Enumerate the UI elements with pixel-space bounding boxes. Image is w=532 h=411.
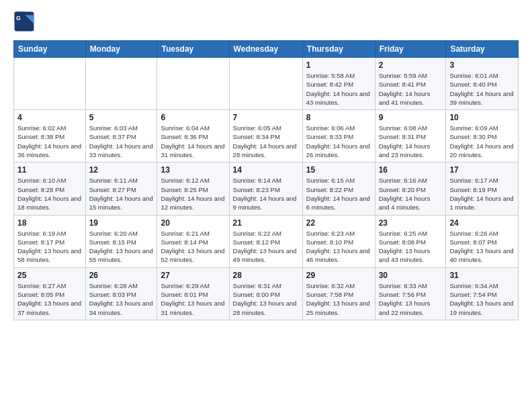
day-info: Sunrise: 6:08 AM Sunset: 8:31 PM Dayligh…: [379, 124, 443, 159]
day-cell: 20Sunrise: 6:21 AM Sunset: 8:14 PM Dayli…: [157, 215, 229, 267]
day-number: 16: [379, 165, 443, 175]
day-number: 4: [17, 113, 82, 122]
header: G: [13, 11, 519, 32]
day-info: Sunrise: 6:25 AM Sunset: 8:08 PM Dayligh…: [379, 229, 443, 265]
day-cell: 30Sunrise: 6:33 AM Sunset: 7:56 PM Dayli…: [375, 267, 446, 320]
day-cell: [85, 58, 157, 110]
day-number: 26: [89, 271, 154, 280]
day-info: Sunrise: 6:17 AM Sunset: 8:19 PM Dayligh…: [449, 176, 515, 212]
day-number: 23: [379, 218, 443, 228]
day-number: 8: [306, 113, 371, 122]
weekday-header-friday: Friday: [375, 41, 446, 58]
day-cell: 29Sunrise: 6:32 AM Sunset: 7:58 PM Dayli…: [302, 267, 375, 320]
day-cell: [229, 58, 302, 110]
day-info: Sunrise: 6:19 AM Sunset: 8:17 PM Dayligh…: [17, 229, 82, 265]
day-info: Sunrise: 6:34 AM Sunset: 7:54 PM Dayligh…: [449, 281, 515, 317]
day-cell: 11Sunrise: 6:10 AM Sunset: 8:28 PM Dayli…: [14, 163, 86, 215]
day-info: Sunrise: 6:04 AM Sunset: 8:36 PM Dayligh…: [161, 124, 225, 159]
day-info: Sunrise: 6:14 AM Sunset: 8:23 PM Dayligh…: [233, 176, 299, 212]
day-info: Sunrise: 6:11 AM Sunset: 8:27 PM Dayligh…: [89, 176, 154, 212]
day-number: 9: [379, 113, 443, 122]
day-info: Sunrise: 6:32 AM Sunset: 7:58 PM Dayligh…: [306, 281, 371, 317]
day-cell: 31Sunrise: 6:34 AM Sunset: 7:54 PM Dayli…: [446, 267, 519, 320]
day-number: 3: [449, 60, 515, 70]
day-info: Sunrise: 6:20 AM Sunset: 8:15 PM Dayligh…: [89, 229, 154, 265]
day-info: Sunrise: 6:33 AM Sunset: 7:56 PM Dayligh…: [379, 281, 443, 317]
day-cell: 26Sunrise: 6:28 AM Sunset: 8:03 PM Dayli…: [85, 267, 157, 320]
day-cell: 25Sunrise: 6:27 AM Sunset: 8:05 PM Dayli…: [14, 267, 86, 320]
weekday-header-tuesday: Tuesday: [157, 41, 229, 58]
day-cell: 23Sunrise: 6:25 AM Sunset: 8:08 PM Dayli…: [375, 215, 446, 267]
day-number: 27: [161, 271, 225, 280]
day-cell: 10Sunrise: 6:09 AM Sunset: 8:30 PM Dayli…: [446, 110, 519, 163]
day-info: Sunrise: 6:01 AM Sunset: 8:40 PM Dayligh…: [449, 71, 515, 107]
day-cell: 28Sunrise: 6:31 AM Sunset: 8:00 PM Dayli…: [229, 267, 302, 320]
day-number: 5: [89, 113, 154, 122]
day-cell: 13Sunrise: 6:12 AM Sunset: 8:25 PM Dayli…: [157, 163, 229, 215]
day-cell: 2Sunrise: 5:59 AM Sunset: 8:41 PM Daylig…: [375, 58, 446, 110]
week-row-2: 4Sunrise: 6:02 AM Sunset: 8:38 PM Daylig…: [14, 110, 519, 163]
day-cell: 3Sunrise: 6:01 AM Sunset: 8:40 PM Daylig…: [446, 58, 519, 110]
day-info: Sunrise: 6:09 AM Sunset: 8:30 PM Dayligh…: [449, 124, 515, 159]
day-info: Sunrise: 6:12 AM Sunset: 8:25 PM Dayligh…: [161, 176, 225, 212]
day-number: 10: [449, 113, 515, 122]
day-cell: 7Sunrise: 6:05 AM Sunset: 8:34 PM Daylig…: [229, 110, 302, 163]
day-number: 7: [233, 113, 299, 122]
weekday-header-monday: Monday: [85, 41, 157, 58]
day-number: 12: [89, 165, 154, 175]
day-number: 19: [89, 218, 154, 228]
calendar-body: 1Sunrise: 5:58 AM Sunset: 8:42 PM Daylig…: [14, 58, 519, 320]
day-cell: 17Sunrise: 6:17 AM Sunset: 8:19 PM Dayli…: [446, 163, 519, 215]
day-number: 13: [161, 165, 225, 175]
weekday-header-row: SundayMondayTuesdayWednesdayThursdayFrid…: [14, 41, 519, 58]
day-cell: 1Sunrise: 5:58 AM Sunset: 8:42 PM Daylig…: [302, 58, 375, 110]
day-cell: [157, 58, 229, 110]
day-number: 28: [233, 271, 299, 280]
day-cell: 27Sunrise: 6:29 AM Sunset: 8:01 PM Dayli…: [157, 267, 229, 320]
day-info: Sunrise: 5:59 AM Sunset: 8:41 PM Dayligh…: [379, 71, 443, 107]
day-info: Sunrise: 6:27 AM Sunset: 8:05 PM Dayligh…: [17, 281, 82, 317]
day-number: 20: [161, 218, 225, 228]
weekday-header-sunday: Sunday: [14, 41, 86, 58]
day-number: 2: [379, 60, 443, 70]
day-info: Sunrise: 6:16 AM Sunset: 8:20 PM Dayligh…: [379, 176, 443, 212]
day-info: Sunrise: 6:02 AM Sunset: 8:38 PM Dayligh…: [17, 124, 82, 159]
day-cell: 24Sunrise: 6:26 AM Sunset: 8:07 PM Dayli…: [446, 215, 519, 267]
logo-icon: G: [13, 11, 35, 32]
day-info: Sunrise: 6:15 AM Sunset: 8:22 PM Dayligh…: [306, 176, 371, 212]
page: G SundayMondayTuesdayWednesdayThursdayFr…: [0, 0, 532, 327]
day-number: 25: [17, 271, 82, 280]
day-cell: 15Sunrise: 6:15 AM Sunset: 8:22 PM Dayli…: [302, 163, 375, 215]
day-info: Sunrise: 5:58 AM Sunset: 8:42 PM Dayligh…: [306, 71, 371, 107]
day-number: 22: [306, 218, 371, 228]
day-info: Sunrise: 6:10 AM Sunset: 8:28 PM Dayligh…: [17, 176, 82, 212]
day-number: 31: [449, 271, 515, 280]
weekday-header-wednesday: Wednesday: [229, 41, 302, 58]
day-info: Sunrise: 6:21 AM Sunset: 8:14 PM Dayligh…: [161, 229, 225, 265]
weekday-header-thursday: Thursday: [302, 41, 375, 58]
day-cell: 22Sunrise: 6:23 AM Sunset: 8:10 PM Dayli…: [302, 215, 375, 267]
day-info: Sunrise: 6:22 AM Sunset: 8:12 PM Dayligh…: [233, 229, 299, 265]
week-row-4: 18Sunrise: 6:19 AM Sunset: 8:17 PM Dayli…: [14, 215, 519, 267]
logo: G: [13, 11, 36, 32]
day-number: 11: [17, 165, 82, 175]
day-info: Sunrise: 6:06 AM Sunset: 8:33 PM Dayligh…: [306, 124, 371, 159]
day-cell: 21Sunrise: 6:22 AM Sunset: 8:12 PM Dayli…: [229, 215, 302, 267]
day-info: Sunrise: 6:05 AM Sunset: 8:34 PM Dayligh…: [233, 124, 299, 159]
week-row-3: 11Sunrise: 6:10 AM Sunset: 8:28 PM Dayli…: [14, 163, 519, 215]
svg-text:G: G: [16, 15, 21, 21]
day-number: 24: [449, 218, 515, 228]
day-number: 29: [306, 271, 371, 280]
day-number: 17: [449, 165, 515, 175]
day-cell: 4Sunrise: 6:02 AM Sunset: 8:38 PM Daylig…: [14, 110, 86, 163]
day-cell: 14Sunrise: 6:14 AM Sunset: 8:23 PM Dayli…: [229, 163, 302, 215]
day-cell: 12Sunrise: 6:11 AM Sunset: 8:27 PM Dayli…: [85, 163, 157, 215]
day-cell: 19Sunrise: 6:20 AM Sunset: 8:15 PM Dayli…: [85, 215, 157, 267]
day-info: Sunrise: 6:03 AM Sunset: 8:37 PM Dayligh…: [89, 124, 154, 159]
week-row-5: 25Sunrise: 6:27 AM Sunset: 8:05 PM Dayli…: [14, 267, 519, 320]
calendar-table: SundayMondayTuesdayWednesdayThursdayFrid…: [13, 40, 519, 320]
week-row-1: 1Sunrise: 5:58 AM Sunset: 8:42 PM Daylig…: [14, 58, 519, 110]
day-cell: 6Sunrise: 6:04 AM Sunset: 8:36 PM Daylig…: [157, 110, 229, 163]
day-number: 18: [17, 218, 82, 228]
day-number: 21: [233, 218, 299, 228]
